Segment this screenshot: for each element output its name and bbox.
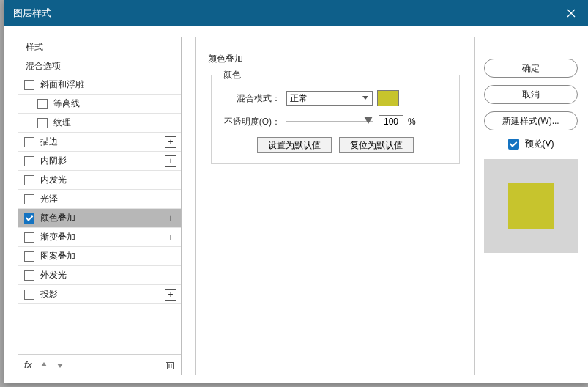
effect-row[interactable]: 内阴影+ xyxy=(18,152,181,171)
dialog-title: 图层样式 xyxy=(13,7,51,20)
effect-checkbox[interactable] xyxy=(24,156,34,166)
effect-row[interactable]: 图案叠加 xyxy=(18,247,181,266)
effect-row[interactable]: 颜色叠加+ xyxy=(18,209,181,228)
blend-mode-label: 混合模式： xyxy=(220,92,280,105)
effect-checkbox[interactable] xyxy=(37,118,48,128)
blend-mode-value: 正常 xyxy=(290,92,308,105)
dialog-body: 样式 混合选项 斜面和浮雕等高线纹理描边+内阴影+内发光光泽颜色叠加+渐变叠加+… xyxy=(4,26,588,383)
default-buttons-row: 设置为默认值 复位为默认值 xyxy=(220,137,450,153)
ok-button[interactable]: 确定 xyxy=(484,59,578,78)
effect-label: 等高线 xyxy=(53,97,181,110)
add-effect-icon[interactable]: + xyxy=(165,232,176,243)
effect-label: 内发光 xyxy=(40,174,181,186)
effects-list: 斜面和浮雕等高线纹理描边+内阴影+内发光光泽颜色叠加+渐变叠加+图案叠加外发光投… xyxy=(18,75,181,304)
fx-icon[interactable]: fx xyxy=(24,360,32,370)
preview-box xyxy=(484,159,578,253)
effect-row[interactable]: 斜面和浮雕 xyxy=(18,75,181,95)
add-effect-icon[interactable]: + xyxy=(165,155,176,167)
effect-label: 光泽 xyxy=(40,193,181,205)
effect-checkbox[interactable] xyxy=(24,232,34,243)
arrow-up-icon[interactable] xyxy=(40,361,48,369)
effect-label: 渐变叠加 xyxy=(40,231,165,243)
effect-row[interactable]: 等高线 xyxy=(18,95,181,114)
opacity-input[interactable] xyxy=(379,115,403,128)
effect-row[interactable]: 纹理 xyxy=(18,114,181,133)
effect-label: 描边 xyxy=(40,136,165,148)
right-buttons-panel: 确定 取消 新建样式(W)... 预览(V) xyxy=(484,59,578,253)
preview-toggle-row[interactable]: 预览(V) xyxy=(484,138,578,150)
preview-checkbox[interactable] xyxy=(508,139,519,150)
new-style-button[interactable]: 新建样式(W)... xyxy=(484,111,578,130)
effect-label: 投影 xyxy=(40,288,165,301)
trash-icon[interactable] xyxy=(165,360,175,370)
color-subgroup-title: 颜色 xyxy=(219,69,245,81)
effect-checkbox[interactable] xyxy=(24,251,34,262)
make-default-button[interactable]: 设置为默认值 xyxy=(257,137,332,153)
blend-options-header[interactable]: 混合选项 xyxy=(18,56,181,75)
arrow-down-icon[interactable] xyxy=(56,361,64,369)
preview-label: 预览(V) xyxy=(525,138,554,150)
effect-checkbox[interactable] xyxy=(24,290,34,300)
effect-checkbox[interactable] xyxy=(24,194,34,204)
titlebar[interactable]: 图层样式 xyxy=(4,0,588,26)
slider-thumb-icon[interactable] xyxy=(364,117,373,124)
color-swatch[interactable] xyxy=(377,90,399,106)
add-effect-icon[interactable]: + xyxy=(165,136,176,148)
effect-label: 斜面和浮雕 xyxy=(40,78,181,91)
cancel-button[interactable]: 取消 xyxy=(484,85,578,104)
effect-checkbox[interactable] xyxy=(24,213,34,224)
chevron-down-icon xyxy=(360,93,371,103)
reset-default-button[interactable]: 复位为默认值 xyxy=(339,137,414,153)
effect-row[interactable]: 外发光 xyxy=(18,266,181,285)
preview-swatch xyxy=(508,183,554,229)
layer-style-dialog: 图层样式 样式 混合选项 斜面和浮雕等高线纹理描边+内阴影+内发光光泽颜色叠加+… xyxy=(4,0,588,383)
add-effect-icon[interactable]: + xyxy=(165,289,176,301)
effect-checkbox[interactable] xyxy=(24,137,34,147)
effect-label: 图案叠加 xyxy=(40,250,181,262)
effect-checkbox[interactable] xyxy=(24,175,34,185)
effect-label: 外发光 xyxy=(40,269,181,281)
styles-header[interactable]: 样式 xyxy=(18,37,181,56)
effect-checkbox[interactable] xyxy=(24,270,34,281)
settings-group: 颜色 混合模式： 正常 不透明度(O)： % xyxy=(204,63,467,172)
opacity-unit: % xyxy=(408,117,416,127)
add-effect-icon[interactable]: + xyxy=(165,213,176,224)
styles-panel: 样式 混合选项 斜面和浮雕等高线纹理描边+内阴影+内发光光泽颜色叠加+渐变叠加+… xyxy=(18,37,182,375)
effect-row[interactable]: 内发光 xyxy=(18,171,181,190)
close-icon xyxy=(567,9,576,18)
effect-checkbox[interactable] xyxy=(37,99,48,109)
color-subgroup: 颜色 混合模式： 正常 不透明度(O)： % xyxy=(211,75,460,164)
svg-rect-2 xyxy=(168,362,174,369)
opacity-label: 不透明度(O)： xyxy=(220,116,280,128)
effect-label: 颜色叠加 xyxy=(40,212,165,224)
effect-label: 内阴影 xyxy=(40,155,165,167)
blend-mode-row: 混合模式： 正常 xyxy=(220,89,450,108)
effect-row[interactable]: 投影+ xyxy=(18,285,181,304)
styles-footer: fx xyxy=(18,354,181,375)
effect-row[interactable]: 光泽 xyxy=(18,190,181,209)
close-button[interactable] xyxy=(554,0,588,26)
opacity-slider[interactable] xyxy=(286,116,373,128)
effect-row[interactable]: 描边+ xyxy=(18,133,181,152)
opacity-row: 不透明度(O)： % xyxy=(220,112,450,131)
effect-label: 纹理 xyxy=(53,117,181,129)
effect-checkbox[interactable] xyxy=(24,80,34,90)
blend-mode-select[interactable]: 正常 xyxy=(286,91,373,106)
effect-row[interactable]: 渐变叠加+ xyxy=(18,228,181,247)
